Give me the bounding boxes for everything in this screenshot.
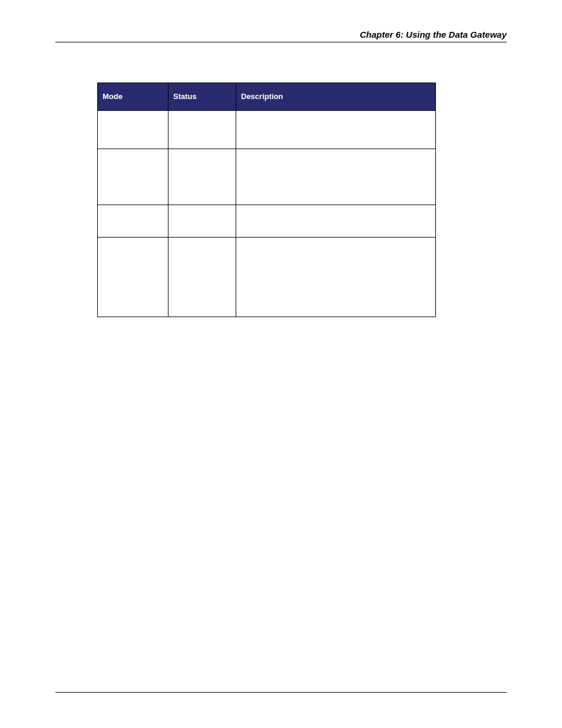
cell-description bbox=[236, 149, 436, 205]
header-title: Chapter 6: Using the Data Gateway bbox=[55, 29, 507, 39]
cell-status bbox=[168, 205, 236, 237]
cell-description bbox=[236, 237, 436, 317]
col-status: Status bbox=[168, 83, 236, 111]
cell-description bbox=[236, 110, 436, 149]
col-description: Description bbox=[236, 83, 436, 111]
cell-status bbox=[168, 110, 236, 149]
cell-status bbox=[168, 237, 236, 317]
cell-status bbox=[168, 149, 236, 205]
footer-rule bbox=[55, 692, 507, 693]
table-row bbox=[98, 237, 436, 317]
table-row bbox=[98, 149, 436, 205]
status-table: Mode Status Description bbox=[97, 83, 436, 317]
cell-mode bbox=[98, 149, 168, 205]
content-area: Mode Status Description bbox=[97, 83, 436, 317]
col-mode: Mode bbox=[98, 83, 168, 111]
table-row bbox=[98, 205, 436, 237]
table-header-row: Mode Status Description bbox=[98, 83, 436, 111]
cell-mode bbox=[98, 237, 168, 317]
page-footer bbox=[55, 692, 507, 693]
header-rule bbox=[55, 42, 507, 42]
page: Chapter 6: Using the Data Gateway Mode S… bbox=[0, 0, 562, 728]
page-header: Chapter 6: Using the Data Gateway bbox=[55, 29, 507, 42]
cell-mode bbox=[98, 205, 168, 237]
table-row bbox=[98, 110, 436, 149]
cell-description bbox=[236, 205, 436, 237]
cell-mode bbox=[98, 110, 168, 149]
